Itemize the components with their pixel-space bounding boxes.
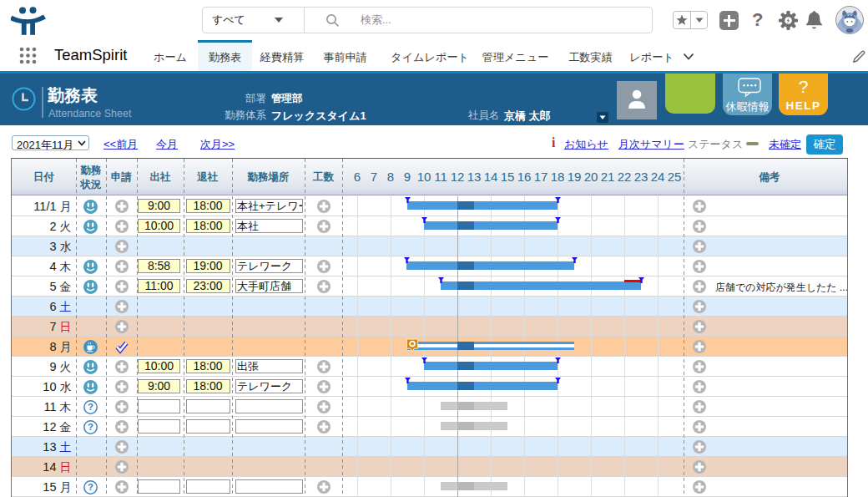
svg-text:?: ? <box>88 402 93 412</box>
svg-text:?: ? <box>88 422 93 432</box>
svg-text:?: ? <box>88 482 93 492</box>
